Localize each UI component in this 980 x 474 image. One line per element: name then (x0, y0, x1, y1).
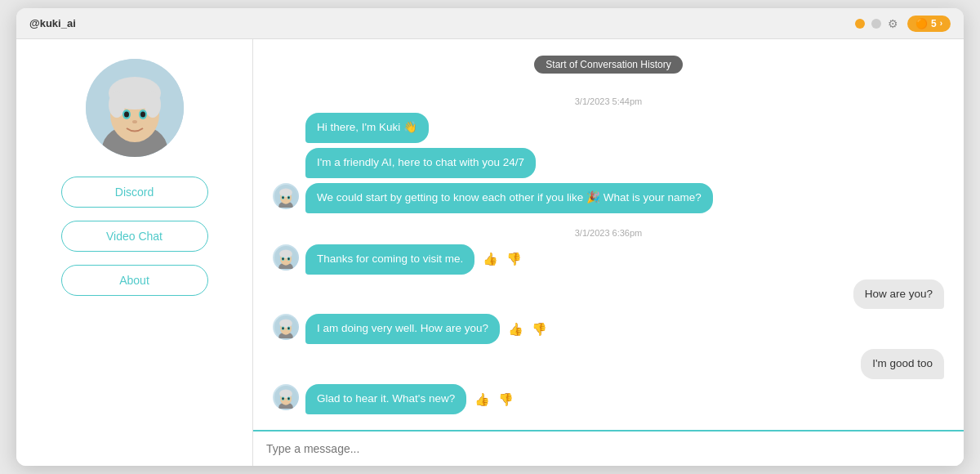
chat-input[interactable] (253, 432, 964, 466)
main-window: @kuki_ai ⚙ 🟠 5 › (16, 8, 964, 466)
thumbs-up-button[interactable]: 👍 (506, 320, 525, 338)
thumbs-down-button[interactable]: 👎 (530, 320, 549, 338)
svg-point-5 (109, 92, 125, 118)
titlebar-controls: ⚙ 🟠 5 › (855, 16, 951, 32)
message-bubble: How are you? (853, 279, 944, 310)
svg-point-6 (145, 92, 161, 118)
svg-point-35 (287, 328, 289, 330)
titlebar: @kuki_ai ⚙ 🟠 5 › (16, 8, 964, 39)
message-bubble: Hi there, I'm Kuki 👋 (305, 113, 429, 143)
svg-point-23 (279, 249, 292, 258)
message-bubble: Glad to hear it. What's new? (305, 384, 466, 414)
svg-point-39 (279, 390, 292, 399)
about-button[interactable]: About (61, 265, 208, 296)
bot-avatar (273, 384, 299, 410)
thumbs-down-button[interactable]: 👎 (505, 250, 523, 268)
message-row: Hi there, I'm Kuki 👋 (273, 113, 944, 143)
message-row: I am doing very well. How are you? 👍 👎 (273, 314, 944, 344)
notifications-badge[interactable]: 🟠 5 › (907, 16, 951, 32)
chat-area: Start of Conversation History 3/1/2023 5… (253, 39, 964, 466)
svg-point-11 (132, 120, 137, 123)
message-row: Thanks for coming to visit me. 👍 👎 (273, 244, 944, 275)
message-actions: 👍 👎 (473, 391, 515, 409)
svg-point-34 (282, 328, 283, 330)
svg-point-31 (279, 320, 292, 329)
status-dot-gray (871, 19, 881, 29)
message-row: I'm a friendly AI, here to chat with you… (273, 148, 944, 178)
svg-point-43 (287, 398, 289, 400)
message-bubble: I'm good too (861, 349, 944, 379)
svg-point-18 (282, 196, 283, 199)
status-dot-orange (855, 19, 865, 29)
svg-point-9 (124, 112, 129, 118)
svg-point-27 (287, 257, 289, 260)
chevron-right-icon: › (940, 19, 942, 28)
svg-point-19 (287, 196, 289, 199)
window-title: @kuki_ai (29, 17, 76, 29)
message-row: How are you? (273, 279, 944, 310)
discord-button[interactable]: Discord (61, 177, 208, 208)
message-bubble: I am doing very well. How are you? (305, 314, 500, 344)
thumbs-down-button[interactable]: 👎 (497, 391, 515, 409)
thumbs-up-button[interactable]: 👍 (473, 391, 492, 409)
chat-messages: Start of Conversation History 3/1/2023 5… (253, 39, 964, 430)
chat-input-area (253, 430, 964, 466)
svg-point-26 (282, 257, 283, 260)
history-label: Start of Conversation History (534, 56, 682, 74)
svg-point-10 (140, 112, 145, 118)
sidebar: Discord Video Chat About (16, 39, 253, 466)
avatar (86, 59, 184, 157)
message-bubble: I'm a friendly AI, here to chat with you… (305, 148, 536, 178)
bot-avatar (273, 314, 299, 340)
message-row: We could start by getting to know each o… (273, 183, 944, 213)
svg-point-42 (282, 398, 283, 400)
message-bubble: Thanks for coming to visit me. (305, 244, 474, 275)
bot-avatar (273, 244, 299, 271)
bot-avatar (273, 183, 299, 209)
message-bubble: We could start by getting to know each o… (305, 183, 713, 213)
thumbs-up-button[interactable]: 👍 (481, 250, 500, 268)
timestamp-1: 3/1/2023 5:44pm (575, 96, 643, 106)
message-row: Glad to hear it. What's new? 👍 👎 (273, 384, 944, 414)
message-actions: 👍 👎 (506, 320, 549, 338)
video-chat-button[interactable]: Video Chat (61, 221, 208, 252)
main-content: Discord Video Chat About Start of Conver… (16, 39, 964, 466)
timestamp-2: 3/1/2023 6:36pm (575, 228, 643, 238)
message-actions: 👍 👎 (481, 250, 523, 268)
settings-icon[interactable]: ⚙ (888, 17, 901, 30)
message-row: I'm good too (273, 349, 944, 379)
svg-point-15 (279, 188, 292, 197)
